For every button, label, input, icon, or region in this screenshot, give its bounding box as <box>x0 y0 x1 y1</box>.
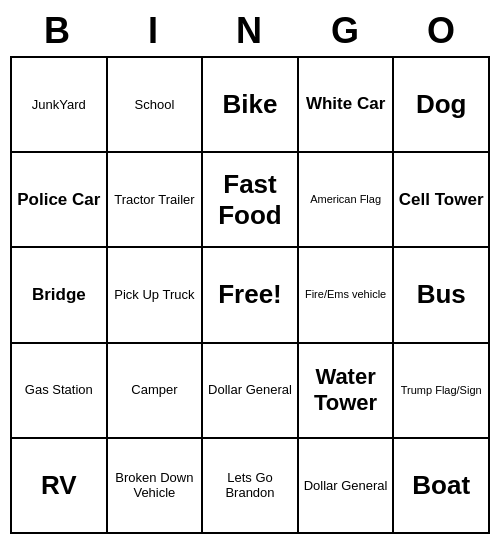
header-letter-g: G <box>298 10 394 52</box>
cell-text-2: Bike <box>223 89 278 120</box>
bingo-cell-14: Bus <box>394 248 490 343</box>
bingo-cell-18: Water Tower <box>299 344 395 439</box>
bingo-cell-10: Bridge <box>12 248 108 343</box>
bingo-cell-1: School <box>108 58 204 153</box>
bingo-cell-19: Trump Flag/Sign <box>394 344 490 439</box>
bingo-cell-8: American Flag <box>299 153 395 248</box>
bingo-cell-2: Bike <box>203 58 299 153</box>
bingo-cell-4: Dog <box>394 58 490 153</box>
cell-text-19: Trump Flag/Sign <box>401 384 482 397</box>
header-letter-i: I <box>106 10 202 52</box>
bingo-cell-6: Tractor Trailer <box>108 153 204 248</box>
cell-text-24: Boat <box>412 470 470 501</box>
header-letter-o: O <box>394 10 490 52</box>
cell-text-10: Bridge <box>32 285 86 305</box>
bingo-cell-11: Pick Up Truck <box>108 248 204 343</box>
cell-text-17: Dollar General <box>208 382 292 398</box>
bingo-cell-20: RV <box>12 439 108 534</box>
bingo-cell-9: Cell Tower <box>394 153 490 248</box>
cell-text-20: RV <box>41 470 77 501</box>
cell-text-6: Tractor Trailer <box>114 192 194 208</box>
cell-text-1: School <box>135 97 175 113</box>
cell-text-23: Dollar General <box>304 478 388 494</box>
bingo-header: BINGO <box>10 10 490 52</box>
bingo-cell-5: Police Car <box>12 153 108 248</box>
cell-text-18: Water Tower <box>303 364 389 417</box>
cell-text-22: Lets Go Brandon <box>207 470 293 501</box>
bingo-cell-23: Dollar General <box>299 439 395 534</box>
cell-text-13: Fire/Ems vehicle <box>305 288 386 301</box>
bingo-cell-12: Free! <box>203 248 299 343</box>
bingo-cell-16: Camper <box>108 344 204 439</box>
cell-text-4: Dog <box>416 89 467 120</box>
header-letter-n: N <box>202 10 298 52</box>
bingo-cell-21: Broken Down Vehicle <box>108 439 204 534</box>
cell-text-9: Cell Tower <box>399 190 484 210</box>
bingo-cell-22: Lets Go Brandon <box>203 439 299 534</box>
cell-text-14: Bus <box>417 279 466 310</box>
cell-text-21: Broken Down Vehicle <box>112 470 198 501</box>
bingo-cell-24: Boat <box>394 439 490 534</box>
cell-text-3: White Car <box>306 94 385 114</box>
bingo-grid: JunkYardSchoolBikeWhite CarDogPolice Car… <box>10 56 490 534</box>
bingo-cell-15: Gas Station <box>12 344 108 439</box>
cell-text-15: Gas Station <box>25 382 93 398</box>
cell-text-16: Camper <box>131 382 177 398</box>
cell-text-8: American Flag <box>310 193 381 206</box>
header-letter-b: B <box>10 10 106 52</box>
cell-text-0: JunkYard <box>32 97 86 113</box>
cell-text-12: Free! <box>218 279 282 310</box>
bingo-cell-3: White Car <box>299 58 395 153</box>
cell-text-5: Police Car <box>17 190 100 210</box>
bingo-cell-7: Fast Food <box>203 153 299 248</box>
cell-text-11: Pick Up Truck <box>114 287 194 303</box>
cell-text-7: Fast Food <box>207 169 293 231</box>
bingo-cell-13: Fire/Ems vehicle <box>299 248 395 343</box>
bingo-cell-0: JunkYard <box>12 58 108 153</box>
bingo-cell-17: Dollar General <box>203 344 299 439</box>
